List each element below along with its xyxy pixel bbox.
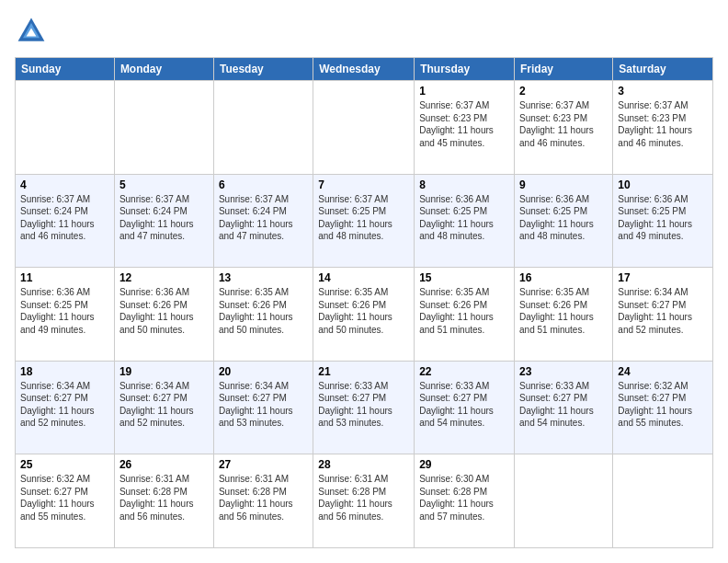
calendar-cell: 3Sunrise: 6:37 AM Sunset: 6:23 PM Daylig…: [613, 81, 713, 175]
day-info: Sunrise: 6:30 AM Sunset: 6:28 PM Dayligh…: [419, 473, 509, 523]
day-info: Sunrise: 6:35 AM Sunset: 6:26 PM Dayligh…: [219, 286, 308, 336]
day-number: 29: [419, 458, 509, 471]
day-number: 16: [519, 271, 608, 284]
day-info: Sunrise: 6:32 AM Sunset: 6:27 PM Dayligh…: [20, 473, 109, 523]
calendar-week-row: 11Sunrise: 6:36 AM Sunset: 6:25 PM Dayli…: [16, 268, 713, 362]
calendar-cell: 11Sunrise: 6:36 AM Sunset: 6:25 PM Dayli…: [16, 268, 115, 362]
calendar-cell: 9Sunrise: 6:36 AM Sunset: 6:25 PM Daylig…: [515, 174, 613, 268]
day-number: 17: [618, 271, 708, 284]
calendar-cell: 25Sunrise: 6:32 AM Sunset: 6:27 PM Dayli…: [16, 454, 115, 548]
calendar-cell: 5Sunrise: 6:37 AM Sunset: 6:24 PM Daylig…: [114, 174, 213, 268]
calendar-week-row: 25Sunrise: 6:32 AM Sunset: 6:27 PM Dayli…: [16, 454, 713, 548]
calendar-cell: 13Sunrise: 6:35 AM Sunset: 6:26 PM Dayli…: [213, 268, 313, 362]
day-number: 10: [618, 178, 708, 191]
calendar-header-tuesday: Tuesday: [213, 58, 313, 81]
calendar-cell: [613, 454, 713, 548]
day-number: 11: [20, 271, 109, 284]
day-info: Sunrise: 6:37 AM Sunset: 6:23 PM Dayligh…: [618, 99, 708, 149]
logo-icon: [15, 15, 48, 48]
calendar-header-sunday: Sunday: [16, 58, 115, 81]
calendar-cell: 18Sunrise: 6:34 AM Sunset: 6:27 PM Dayli…: [16, 361, 115, 454]
day-info: Sunrise: 6:31 AM Sunset: 6:28 PM Dayligh…: [119, 473, 209, 523]
day-number: 5: [119, 178, 209, 191]
calendar-week-row: 4Sunrise: 6:37 AM Sunset: 6:24 PM Daylig…: [16, 174, 713, 268]
calendar-header-thursday: Thursday: [415, 58, 515, 81]
calendar-cell: 19Sunrise: 6:34 AM Sunset: 6:27 PM Dayli…: [114, 361, 213, 454]
calendar-header-wednesday: Wednesday: [313, 58, 415, 81]
calendar-cell: 6Sunrise: 6:37 AM Sunset: 6:24 PM Daylig…: [213, 174, 313, 268]
day-number: 7: [318, 178, 409, 191]
day-info: Sunrise: 6:37 AM Sunset: 6:24 PM Dayligh…: [219, 193, 308, 243]
calendar-cell: 21Sunrise: 6:33 AM Sunset: 6:27 PM Dayli…: [313, 361, 415, 454]
day-number: 14: [318, 271, 409, 284]
day-info: Sunrise: 6:36 AM Sunset: 6:26 PM Dayligh…: [119, 286, 209, 336]
day-info: Sunrise: 6:32 AM Sunset: 6:27 PM Dayligh…: [618, 380, 708, 430]
calendar-cell: [16, 81, 115, 175]
day-info: Sunrise: 6:34 AM Sunset: 6:27 PM Dayligh…: [20, 380, 109, 430]
day-info: Sunrise: 6:36 AM Sunset: 6:25 PM Dayligh…: [618, 193, 708, 243]
day-number: 26: [119, 458, 209, 471]
day-info: Sunrise: 6:34 AM Sunset: 6:27 PM Dayligh…: [219, 380, 308, 430]
day-info: Sunrise: 6:37 AM Sunset: 6:24 PM Dayligh…: [20, 193, 109, 243]
day-number: 12: [119, 271, 209, 284]
calendar-cell: 26Sunrise: 6:31 AM Sunset: 6:28 PM Dayli…: [114, 454, 213, 548]
day-number: 4: [20, 178, 109, 191]
calendar-cell: 20Sunrise: 6:34 AM Sunset: 6:27 PM Dayli…: [213, 361, 313, 454]
calendar-cell: 10Sunrise: 6:36 AM Sunset: 6:25 PM Dayli…: [613, 174, 713, 268]
calendar-cell: 27Sunrise: 6:31 AM Sunset: 6:28 PM Dayli…: [213, 454, 313, 548]
day-number: 13: [219, 271, 308, 284]
day-info: Sunrise: 6:33 AM Sunset: 6:27 PM Dayligh…: [318, 380, 409, 430]
day-number: 3: [618, 85, 708, 98]
day-number: 22: [419, 365, 509, 378]
day-info: Sunrise: 6:37 AM Sunset: 6:23 PM Dayligh…: [519, 99, 608, 149]
calendar-cell: 8Sunrise: 6:36 AM Sunset: 6:25 PM Daylig…: [415, 174, 515, 268]
calendar-cell: 7Sunrise: 6:37 AM Sunset: 6:25 PM Daylig…: [313, 174, 415, 268]
calendar-cell: 15Sunrise: 6:35 AM Sunset: 6:26 PM Dayli…: [415, 268, 515, 362]
day-info: Sunrise: 6:36 AM Sunset: 6:25 PM Dayligh…: [20, 286, 109, 336]
calendar-week-row: 1Sunrise: 6:37 AM Sunset: 6:23 PM Daylig…: [16, 81, 713, 175]
day-info: Sunrise: 6:35 AM Sunset: 6:26 PM Dayligh…: [519, 286, 608, 336]
calendar-header-friday: Friday: [515, 58, 613, 81]
header: [15, 15, 713, 48]
calendar-header-saturday: Saturday: [613, 58, 713, 81]
day-info: Sunrise: 6:37 AM Sunset: 6:23 PM Dayligh…: [419, 99, 509, 149]
day-info: Sunrise: 6:31 AM Sunset: 6:28 PM Dayligh…: [318, 473, 409, 523]
day-number: 20: [219, 365, 308, 378]
day-info: Sunrise: 6:36 AM Sunset: 6:25 PM Dayligh…: [519, 193, 608, 243]
day-info: Sunrise: 6:35 AM Sunset: 6:26 PM Dayligh…: [318, 286, 409, 336]
calendar-cell: 29Sunrise: 6:30 AM Sunset: 6:28 PM Dayli…: [415, 454, 515, 548]
calendar-header-monday: Monday: [114, 58, 213, 81]
day-number: 28: [318, 458, 409, 471]
calendar-header-row: SundayMondayTuesdayWednesdayThursdayFrid…: [16, 58, 713, 81]
calendar-table: SundayMondayTuesdayWednesdayThursdayFrid…: [15, 57, 713, 548]
page: SundayMondayTuesdayWednesdayThursdayFrid…: [0, 0, 728, 563]
day-info: Sunrise: 6:36 AM Sunset: 6:25 PM Dayligh…: [419, 193, 509, 243]
day-number: 1: [419, 85, 509, 98]
day-number: 21: [318, 365, 409, 378]
calendar-cell: 23Sunrise: 6:33 AM Sunset: 6:27 PM Dayli…: [515, 361, 613, 454]
calendar-cell: 28Sunrise: 6:31 AM Sunset: 6:28 PM Dayli…: [313, 454, 415, 548]
calendar-cell: 1Sunrise: 6:37 AM Sunset: 6:23 PM Daylig…: [415, 81, 515, 175]
day-number: 15: [419, 271, 509, 284]
day-number: 8: [419, 178, 509, 191]
calendar-cell: [114, 81, 213, 175]
calendar-cell: 16Sunrise: 6:35 AM Sunset: 6:26 PM Dayli…: [515, 268, 613, 362]
day-number: 9: [519, 178, 608, 191]
calendar-week-row: 18Sunrise: 6:34 AM Sunset: 6:27 PM Dayli…: [16, 361, 713, 454]
day-info: Sunrise: 6:34 AM Sunset: 6:27 PM Dayligh…: [618, 286, 708, 336]
day-number: 6: [219, 178, 308, 191]
day-info: Sunrise: 6:33 AM Sunset: 6:27 PM Dayligh…: [519, 380, 608, 430]
calendar-cell: 22Sunrise: 6:33 AM Sunset: 6:27 PM Dayli…: [415, 361, 515, 454]
day-number: 18: [20, 365, 109, 378]
day-info: Sunrise: 6:35 AM Sunset: 6:26 PM Dayligh…: [419, 286, 509, 336]
day-number: 27: [219, 458, 308, 471]
day-number: 24: [618, 365, 708, 378]
calendar-cell: 4Sunrise: 6:37 AM Sunset: 6:24 PM Daylig…: [16, 174, 115, 268]
day-info: Sunrise: 6:33 AM Sunset: 6:27 PM Dayligh…: [419, 380, 509, 430]
calendar-cell: [213, 81, 313, 175]
day-number: 19: [119, 365, 209, 378]
calendar-cell: 17Sunrise: 6:34 AM Sunset: 6:27 PM Dayli…: [613, 268, 713, 362]
calendar-cell: [515, 454, 613, 548]
day-number: 2: [519, 85, 608, 98]
day-number: 25: [20, 458, 109, 471]
